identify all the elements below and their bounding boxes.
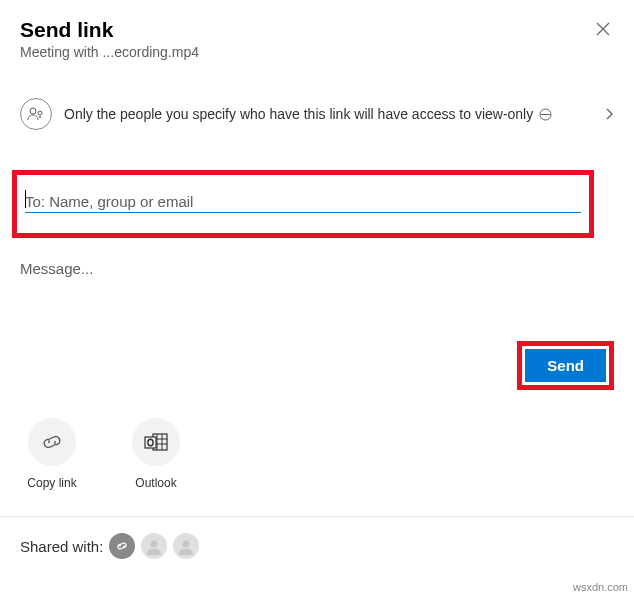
- close-button[interactable]: [592, 18, 614, 40]
- recipients-highlight: [12, 170, 594, 238]
- close-icon: [596, 22, 610, 36]
- chevron-right-icon: [604, 107, 614, 121]
- permission-text: Only the people you specify who have thi…: [64, 106, 533, 122]
- block-icon: [539, 108, 552, 121]
- shared-with-label: Shared with:: [20, 538, 103, 555]
- link-icon: [115, 539, 129, 553]
- recipients-field-wrap: [25, 191, 581, 213]
- copy-link-icon-circle: [28, 418, 76, 466]
- shared-link-avatar[interactable]: [109, 533, 135, 559]
- shared-person-avatar-1[interactable]: [141, 533, 167, 559]
- svg-point-12: [183, 541, 190, 548]
- send-link-dialog: Send link Meeting with ...ecording.mp4 O…: [0, 0, 634, 130]
- recipients-input[interactable]: [25, 191, 581, 213]
- shared-person-avatar-2[interactable]: [173, 533, 199, 559]
- svg-point-11: [151, 541, 158, 548]
- text-cursor: [25, 190, 26, 208]
- person-icon: [177, 537, 195, 555]
- svg-point-1: [38, 111, 42, 115]
- link-icon: [40, 430, 64, 454]
- message-input[interactable]: [20, 260, 614, 277]
- send-highlight: Send: [517, 341, 614, 390]
- permission-settings-row[interactable]: Only the people you specify who have thi…: [20, 98, 614, 130]
- dialog-title: Send link: [20, 18, 199, 42]
- send-row: Send: [0, 341, 634, 390]
- permission-text-wrap: Only the people you specify who have thi…: [64, 106, 588, 122]
- person-icon: [145, 537, 163, 555]
- people-icon-circle: [20, 98, 52, 130]
- outlook-icon: [143, 430, 169, 454]
- outlook-icon-circle: [132, 418, 180, 466]
- people-icon: [27, 105, 45, 123]
- action-row: Copy link Outlook: [0, 418, 634, 490]
- svg-point-0: [30, 108, 36, 114]
- copy-link-label: Copy link: [27, 476, 76, 490]
- dialog-header: Send link Meeting with ...ecording.mp4: [20, 18, 614, 60]
- send-button[interactable]: Send: [525, 349, 606, 382]
- outlook-label: Outlook: [135, 476, 176, 490]
- outlook-action[interactable]: Outlook: [124, 418, 188, 490]
- copy-link-action[interactable]: Copy link: [20, 418, 84, 490]
- title-block: Send link Meeting with ...ecording.mp4: [20, 18, 199, 60]
- watermark: wsxdn.com: [573, 581, 628, 593]
- filename-label: Meeting with ...ecording.mp4: [20, 44, 199, 60]
- shared-with-row: Shared with:: [0, 517, 634, 559]
